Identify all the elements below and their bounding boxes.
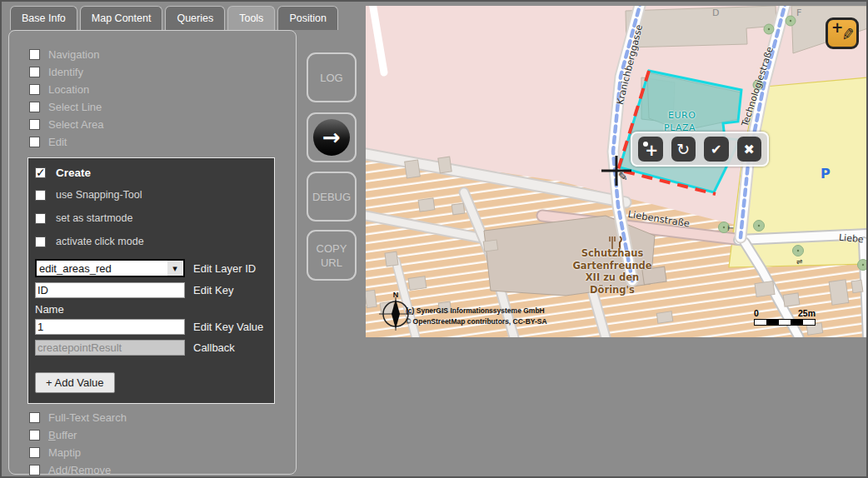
map-viewport[interactable]: N Kranichberggasse Technologiestraße Lie… bbox=[366, 6, 868, 337]
log-button[interactable]: LOG bbox=[307, 52, 357, 102]
checkbox-add-remove[interactable] bbox=[29, 465, 40, 476]
compass-north-label: N bbox=[393, 291, 399, 299]
checkbox-set-as-startmode[interactable] bbox=[35, 213, 46, 224]
callback-row: Callback bbox=[35, 340, 267, 356]
checkbox-create[interactable] bbox=[35, 167, 46, 178]
mode-add-remove[interactable]: Add/Remove bbox=[29, 461, 296, 478]
option-use-snapping-tool[interactable]: use Snapping-Tool bbox=[35, 189, 267, 201]
parking-label: P bbox=[821, 166, 831, 182]
euro-plaza-label-line1: EURO bbox=[668, 110, 696, 121]
confirm-button[interactable]: ✔ bbox=[704, 137, 729, 162]
pencil-icon: ✎ bbox=[841, 24, 856, 44]
tab-position[interactable]: Position bbox=[277, 6, 337, 30]
mode-select-line[interactable]: Select Line bbox=[29, 98, 296, 116]
tab-bar: Base Info Map Content Queries Tools Posi… bbox=[10, 6, 338, 30]
option-activate-click-mode[interactable]: activate click mode bbox=[35, 236, 267, 247]
cursor-pencil-icon: ✎ bbox=[618, 170, 628, 183]
checkbox-activate-click-mode[interactable] bbox=[35, 237, 46, 247]
tab-tools[interactable]: Tools bbox=[227, 6, 275, 30]
vertex-dot-icon bbox=[643, 142, 648, 147]
block-label-d: D bbox=[712, 7, 719, 18]
checkbox-select-line[interactable] bbox=[29, 102, 40, 112]
map-attribution: (c) SynerGIS Informationssysteme GmbH © … bbox=[406, 306, 547, 326]
app-window: Base Info Map Content Queries Tools Posi… bbox=[0, 0, 868, 478]
mode-buffer[interactable]: Buffer bbox=[29, 426, 296, 444]
arrow-right-icon: → bbox=[313, 119, 350, 156]
edit-key-row: Edit Key bbox=[35, 282, 267, 298]
checkbox-edit[interactable] bbox=[29, 137, 40, 147]
debug-button[interactable]: DEBUG bbox=[307, 172, 357, 222]
undo-button[interactable]: ↻ bbox=[671, 137, 696, 162]
edit-layer-row: edit_areas_red ▾ Edit Layer ID bbox=[35, 259, 267, 277]
option-set-as-startmode[interactable]: set as startmode bbox=[35, 212, 267, 224]
add-value-button[interactable]: + Add Value bbox=[35, 372, 115, 393]
copy-url-button[interactable]: COPY URL bbox=[307, 230, 357, 281]
checkbox-location[interactable] bbox=[29, 84, 40, 95]
poi-label-schutzhaus: Schutzhaus Gartenfreunde XII zu den Döri… bbox=[554, 247, 671, 296]
mode-navigation[interactable]: Navigation bbox=[29, 46, 296, 63]
checkbox-buffer[interactable] bbox=[29, 430, 40, 441]
create-section: Create use Snapping-Tool set as startmod… bbox=[27, 157, 275, 404]
checkbox-navigation[interactable] bbox=[29, 49, 40, 60]
tab-queries[interactable]: Queries bbox=[165, 6, 225, 30]
cancel-button[interactable]: ✖ bbox=[737, 137, 762, 162]
mode-identify[interactable]: Identify bbox=[29, 63, 296, 81]
edit-toolbar: + ↻ ✔ ✖ bbox=[631, 132, 769, 167]
scale-end-label: 25m bbox=[798, 308, 816, 318]
checkbox-use-snapping-tool[interactable] bbox=[35, 190, 46, 201]
mode-maptip[interactable]: Maptip bbox=[29, 444, 296, 461]
block-label-f: F bbox=[796, 7, 801, 18]
name-heading: Name bbox=[35, 303, 267, 316]
add-vertex-button[interactable]: + bbox=[638, 137, 663, 162]
mode-select-area[interactable]: Select Area bbox=[29, 116, 296, 133]
scale-bar: 0 25m bbox=[754, 308, 821, 326]
checkbox-full-text-search[interactable] bbox=[29, 412, 40, 423]
oneway-symbol: ⇌ bbox=[796, 257, 803, 266]
tab-base-info[interactable]: Base Info bbox=[10, 6, 77, 30]
mode-location[interactable]: Location bbox=[29, 81, 296, 98]
callback-input bbox=[35, 340, 185, 356]
checkbox-identify[interactable] bbox=[29, 67, 40, 77]
edit-key-value-input[interactable] bbox=[35, 319, 185, 335]
edit-key-value-row: Edit Key Value bbox=[35, 319, 267, 335]
submit-arrow-button[interactable]: → bbox=[307, 112, 357, 162]
tools-panel: Navigation Identify Location Select Line… bbox=[8, 30, 297, 475]
chevron-down-icon[interactable]: ▾ bbox=[167, 261, 182, 276]
checkbox-select-area[interactable] bbox=[29, 119, 40, 130]
check-icon: ✔ bbox=[711, 142, 721, 157]
edit-key-input[interactable] bbox=[35, 282, 185, 298]
edit-mode-button[interactable]: + ✎ bbox=[826, 17, 859, 49]
scale-bar-segments bbox=[754, 319, 816, 326]
checkbox-maptip[interactable] bbox=[29, 447, 40, 458]
street-label-liebenstrasse-short: Liebe bbox=[838, 232, 864, 246]
mode-edit[interactable]: Edit bbox=[29, 133, 296, 151]
create-title-row[interactable]: Create bbox=[35, 167, 267, 179]
undo-icon: ↻ bbox=[676, 140, 690, 158]
barrier-symbol: ⊢ bbox=[727, 224, 734, 232]
edit-layer-select[interactable]: edit_areas_red ▾ bbox=[35, 259, 185, 277]
mode-full-text-search[interactable]: Full-Text Search bbox=[29, 409, 296, 426]
scale-start-label: 0 bbox=[754, 308, 759, 318]
close-icon: ✖ bbox=[744, 142, 755, 157]
tab-map-content[interactable]: Map Content bbox=[80, 6, 163, 30]
